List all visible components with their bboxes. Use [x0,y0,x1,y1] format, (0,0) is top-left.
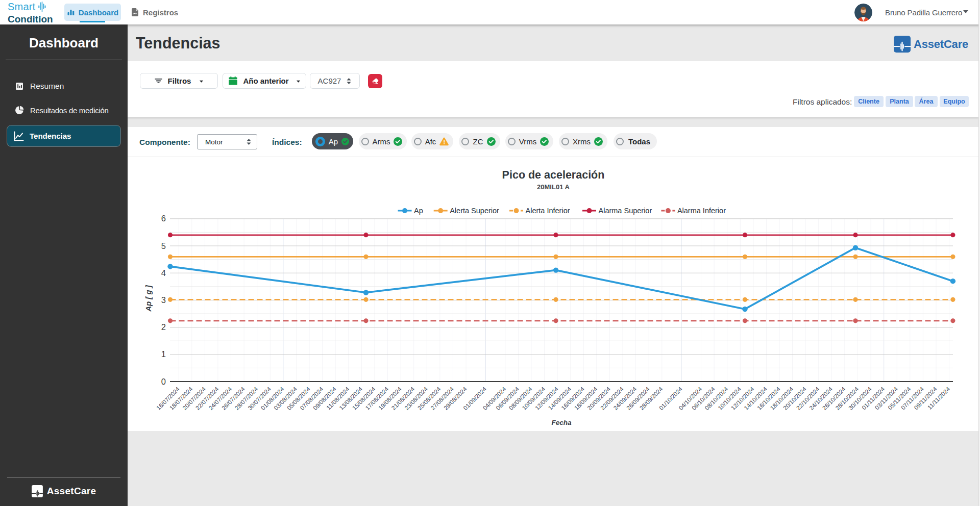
svg-text:Ap: Ap [414,207,423,215]
svg-text:3: 3 [161,295,166,305]
svg-text:20MIL01 A: 20MIL01 A [537,183,570,191]
svg-text:Fecha: Fecha [551,419,572,426]
svg-text:Alerta Inferior: Alerta Inferior [526,207,570,215]
svg-text:Pico de aceleración: Pico de aceleración [502,169,605,181]
svg-text:Alarma Superior: Alarma Superior [599,207,652,215]
svg-text:1: 1 [161,349,166,359]
svg-text:4: 4 [161,268,166,277]
svg-text:6: 6 [161,214,166,223]
svg-text:Alarma Inferior: Alarma Inferior [677,207,726,215]
svg-text:Ap [ g ]: Ap [ g ] [144,285,153,312]
svg-text:0: 0 [161,377,166,386]
svg-text:Alerta Superior: Alerta Superior [450,207,499,215]
svg-text:2: 2 [161,322,166,332]
svg-text:5: 5 [161,241,166,250]
